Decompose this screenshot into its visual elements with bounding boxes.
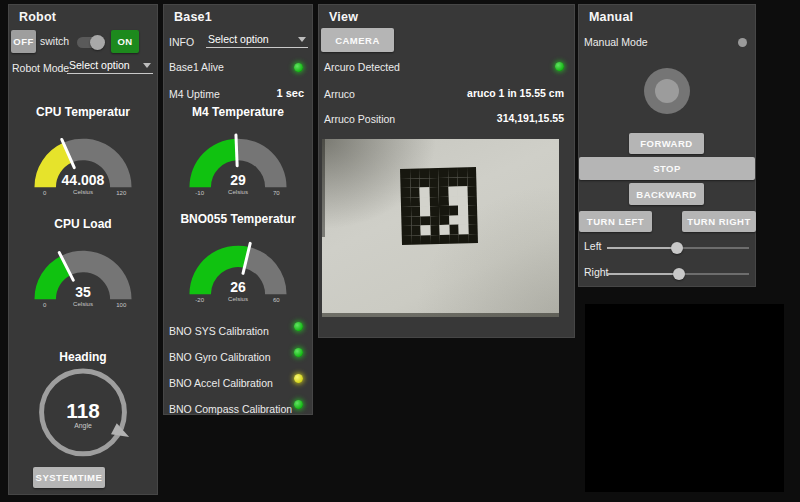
marker-cell xyxy=(402,226,412,236)
joystick[interactable] xyxy=(644,68,690,114)
calibration-row: BNO Compass Calibration xyxy=(169,399,307,412)
marker-cell xyxy=(440,234,450,244)
robot-panel-title: Robot xyxy=(19,10,56,24)
gauge-title: CPU Temperatur xyxy=(9,105,157,119)
aruco-position-value: 314,191,15.55 xyxy=(497,112,564,124)
slider-knob[interactable] xyxy=(673,268,685,280)
marker-cell xyxy=(457,186,467,196)
robot-mode-value: Select option xyxy=(69,59,130,71)
joystick-knob[interactable] xyxy=(655,79,679,103)
bno-sys-calibration-led xyxy=(294,322,303,331)
bno-accel-calibration-label: BNO Accel Calibration xyxy=(169,377,273,389)
marker-cell xyxy=(449,215,459,225)
camera-image xyxy=(322,139,559,317)
aruco-value: aruco 1 in 15.55 cm xyxy=(467,87,564,99)
svg-text:100: 100 xyxy=(116,302,127,308)
aruco-detected-label: Arcuro Detected xyxy=(324,61,400,73)
marker-cell xyxy=(467,205,477,215)
marker-cell xyxy=(439,206,449,216)
svg-text:Celsius: Celsius xyxy=(228,189,248,195)
svg-text:0: 0 xyxy=(43,190,47,196)
marker-cell xyxy=(458,196,468,206)
svg-text:26: 26 xyxy=(230,279,246,295)
manual-panel: Manual Manual Mode FORWARD STOP BACKWARD… xyxy=(578,4,756,287)
marker-cell xyxy=(439,196,449,206)
gauge-svg: 26Celsius-2060 xyxy=(168,227,308,304)
gauge-svg: 44.008Celsius0120 xyxy=(13,120,153,197)
chevron-down-icon xyxy=(143,63,151,68)
svg-text:44.008: 44.008 xyxy=(62,172,105,188)
robot-mode-select[interactable]: Select option xyxy=(67,58,153,74)
systemtime-button[interactable]: SYSTEMTIME xyxy=(33,467,105,488)
calibration-row: BNO Accel Calibration xyxy=(169,373,307,386)
marker-cell xyxy=(419,178,429,188)
marker-cell xyxy=(439,225,449,235)
svg-text:35: 35 xyxy=(75,284,91,300)
left-slider[interactable] xyxy=(607,242,749,254)
info-value: Select option xyxy=(208,33,269,45)
right-slider[interactable] xyxy=(607,268,749,280)
svg-text:-20: -20 xyxy=(195,297,204,303)
marker-cell xyxy=(448,168,458,178)
marker-cell xyxy=(467,177,477,187)
stop-button[interactable]: STOP xyxy=(579,157,755,180)
compass-ring: 118Angle xyxy=(9,365,157,461)
marker-cell xyxy=(429,168,439,178)
marker-cell xyxy=(438,177,448,187)
forward-button[interactable]: FORWARD xyxy=(629,133,704,154)
bno-gyro-calibration-led xyxy=(294,348,303,357)
camera-button[interactable]: CAMERA xyxy=(321,28,394,52)
manual-panel-title: Manual xyxy=(589,10,633,24)
marker-cell xyxy=(411,235,421,245)
on-button[interactable]: ON xyxy=(111,30,139,53)
base1-panel-title: Base1 xyxy=(174,10,212,24)
gauge-title: M4 Temperature xyxy=(164,105,312,119)
marker-cell xyxy=(430,225,440,235)
aruco-label: Arruco xyxy=(324,88,355,100)
switch-toggle[interactable] xyxy=(77,34,107,50)
marker-cell xyxy=(457,167,467,177)
marker-cell xyxy=(459,234,469,244)
marker-cell xyxy=(449,224,459,234)
marker-cell xyxy=(410,188,420,198)
marker-cell xyxy=(421,225,431,235)
svg-text:Celsius: Celsius xyxy=(228,296,248,302)
toggle-knob xyxy=(90,35,105,50)
base1-alive-led xyxy=(294,63,303,72)
marker-cell xyxy=(420,206,430,216)
marker-cell xyxy=(468,215,478,225)
marker-cell xyxy=(468,233,478,243)
svg-text:120: 120 xyxy=(116,190,127,196)
bno055-temperature-gauge: BNO055 Temperatur 26Celsius-2060 xyxy=(164,212,312,304)
m4-uptime-value: 1 sec xyxy=(276,87,304,99)
svg-text:Celsius: Celsius xyxy=(73,189,93,195)
backward-button[interactable]: BACKWARD xyxy=(629,183,704,205)
m4-temperature-gauge: M4 Temperature 29Celsius-1070 xyxy=(164,105,312,197)
marker-cell xyxy=(438,168,448,178)
marker-cell xyxy=(467,186,477,196)
turn-right-button[interactable]: TURN RIGHT xyxy=(682,211,756,232)
marker-cell xyxy=(429,197,439,207)
bno-sys-calibration-label: BNO SYS Calibration xyxy=(169,325,269,337)
marker-cell xyxy=(458,215,468,225)
marker-cell xyxy=(468,224,478,234)
calibration-row: BNO Gyro Calibration xyxy=(169,347,307,360)
svg-text:Angle: Angle xyxy=(74,422,92,430)
slider-fill xyxy=(607,247,677,249)
gauge-title: Heading xyxy=(9,350,157,364)
marker-cell xyxy=(467,196,477,206)
slider-fill xyxy=(607,273,679,275)
marker-cell xyxy=(420,187,430,197)
info-select[interactable]: Select option xyxy=(206,32,308,48)
svg-text:60: 60 xyxy=(273,297,280,303)
turn-left-button[interactable]: TURN LEFT xyxy=(579,211,652,232)
marker-cell xyxy=(458,224,468,234)
aruco-marker xyxy=(400,167,478,245)
svg-text:70: 70 xyxy=(273,190,280,196)
gauge-arc: 35Celsius0100 xyxy=(9,232,157,309)
marker-cell xyxy=(401,188,411,198)
slider-knob[interactable] xyxy=(671,242,683,254)
calibration-row: BNO SYS Calibration xyxy=(169,321,307,334)
off-button[interactable]: OFF xyxy=(11,30,36,53)
cpu-load-gauge: CPU Load 35Celsius0100 xyxy=(9,217,157,309)
